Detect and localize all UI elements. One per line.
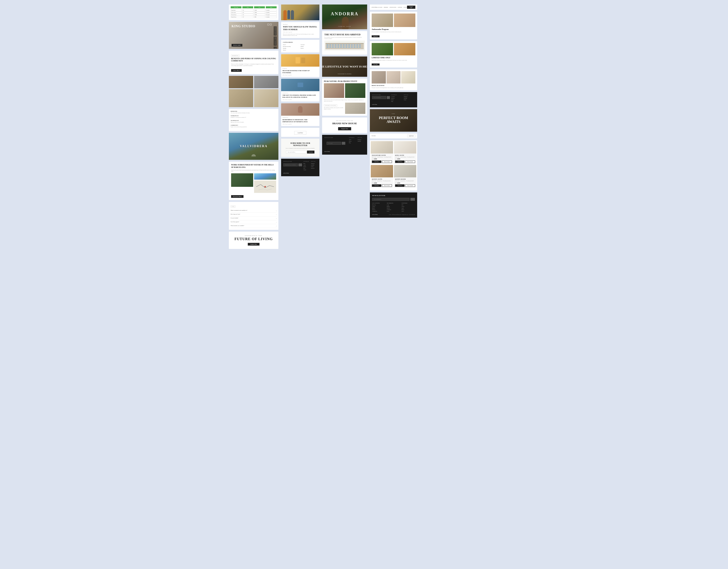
carousel-dot[interactable] bbox=[270, 24, 272, 25]
category-item[interactable]: Lifestyle bbox=[301, 44, 318, 45]
ambassador-apply-button[interactable]: Apply Now bbox=[372, 35, 380, 37]
book-stay-button[interactable]: BOOK A STAY bbox=[407, 6, 415, 9]
queen-room-book-button[interactable]: Book Now bbox=[395, 184, 405, 187]
faq-item[interactable]: How long can I stay? › bbox=[231, 213, 277, 217]
event-photos bbox=[372, 71, 415, 84]
andorra-email-input[interactable] bbox=[327, 142, 341, 145]
footer-social-link[interactable]: Instagram bbox=[311, 163, 317, 164]
faq-item[interactable]: What is included in the monthly fee? › bbox=[231, 209, 277, 213]
andorra-hero: ANDORRA COMING SOON bbox=[322, 5, 367, 29]
faq-item[interactable]: What amenities are available? › bbox=[231, 224, 277, 228]
svg-rect-19 bbox=[332, 46, 334, 48]
newsletter-form: Subscribe bbox=[284, 151, 316, 154]
faq-item[interactable]: Can I have guests? › bbox=[231, 220, 277, 224]
footer-social-link[interactable]: Facebook bbox=[311, 168, 317, 169]
limited-time-button[interactable]: View Offer bbox=[372, 64, 380, 66]
footer-link[interactable]: About bbox=[349, 139, 356, 140]
text-block-workspace: WORKSPACES Dedicated co-working areas av… bbox=[231, 115, 277, 118]
footer-email-input[interactable] bbox=[283, 164, 298, 166]
footer-social-link[interactable]: Instagram bbox=[404, 96, 415, 97]
category-item[interactable]: Travel bbox=[283, 44, 300, 45]
footer-link[interactable]: Valencia bbox=[372, 209, 385, 210]
coming-soon-label: COMING SOON bbox=[338, 26, 351, 27]
footer-link[interactable]: Madrid bbox=[372, 208, 385, 209]
footer-link[interactable]: Houses bbox=[303, 166, 310, 167]
nav-link-locations[interactable]: LOCATIONS bbox=[377, 7, 382, 8]
footer-social-link[interactable]: Twitter bbox=[404, 99, 415, 100]
nav-link-partners[interactable]: PARTNERS bbox=[398, 7, 402, 8]
footer-social-link[interactable]: Twitter bbox=[311, 166, 317, 167]
king-flexible-button[interactable]: More Flexible bbox=[405, 161, 415, 163]
footer-social-link[interactable]: Instagram bbox=[358, 139, 365, 140]
footer-link[interactable]: Privacy bbox=[402, 209, 415, 210]
category-item[interactable]: Health bbox=[301, 46, 318, 47]
king-studio-hero: KING STUDIO QUEEN SUITE KING STUDIO LIFE… bbox=[229, 22, 278, 49]
footer-link[interactable]: Contact bbox=[303, 169, 310, 170]
limited-photo-2 bbox=[394, 43, 415, 55]
footer-link[interactable]: Houses bbox=[349, 141, 356, 142]
footer-link[interactable]: Contact bbox=[402, 206, 415, 207]
peak-nature-section: PEAK NATURE. PEAK PRODUCTIVITY Work from… bbox=[322, 79, 367, 116]
footer-link[interactable]: FAQ bbox=[303, 168, 310, 169]
queen-suite-book-button[interactable]: Book Now bbox=[372, 184, 381, 187]
newsletter-email-input[interactable] bbox=[286, 151, 306, 154]
pre-register-button[interactable]: Register Now bbox=[338, 127, 351, 130]
nl-submit-button[interactable]: → bbox=[387, 96, 390, 99]
signature-flexible-button[interactable]: More Flexible bbox=[382, 161, 392, 163]
faq-tag: FAQ bbox=[231, 206, 235, 208]
benefits-learn-more-button[interactable]: Learn More bbox=[231, 69, 242, 72]
footer-link[interactable]: Terms bbox=[402, 211, 415, 212]
footer-link[interactable]: Blog bbox=[391, 101, 403, 102]
footer-link[interactable]: Legal bbox=[402, 208, 415, 209]
signature-book-button[interactable]: Book Now bbox=[372, 161, 381, 163]
footer-link[interactable]: About bbox=[303, 165, 310, 166]
book-now-button[interactable]: BOOK NOW bbox=[232, 44, 242, 47]
footer-social-link[interactable]: LinkedIn bbox=[311, 165, 317, 166]
nl-email-input[interactable] bbox=[372, 96, 386, 99]
circles-footer-email-input[interactable] bbox=[372, 198, 409, 201]
footer-link[interactable]: Benefits bbox=[387, 208, 400, 209]
footer-link[interactable]: Locations bbox=[391, 96, 403, 97]
queen-suite-flexible-button[interactable]: More Flexible bbox=[382, 184, 392, 187]
footer-link[interactable]: Login bbox=[387, 204, 400, 206]
footer-link[interactable]: Andorra bbox=[372, 206, 385, 207]
discover-more-button[interactable]: Discover More bbox=[231, 195, 243, 198]
king-book-button[interactable]: Book Now bbox=[395, 161, 405, 163]
faq-item[interactable]: Is it pet friendly? › bbox=[231, 217, 277, 220]
circles-footer-submit-button[interactable]: → bbox=[410, 198, 415, 201]
nav-link-opportunities[interactable]: OPPORTUNITIES bbox=[389, 7, 396, 8]
andorra-footer: NEWSLETTER → SITEMAP About Houses Blog bbox=[322, 135, 367, 155]
svg-rect-26 bbox=[351, 46, 353, 48]
sort-button[interactable]: SORT BY bbox=[407, 135, 415, 137]
category-item[interactable]: Entrepreneurship bbox=[283, 46, 300, 47]
load-more-button[interactable]: Load More bbox=[294, 131, 306, 135]
limited-time-title: LIMITED TIME ONLY bbox=[372, 57, 415, 59]
rooms-section: SIGNATURE SUITE 40m² Studio · Grand Pent… bbox=[370, 140, 417, 191]
text-block-technology: TECHNOLOGY High-speed fiber internet thr… bbox=[231, 120, 277, 123]
footer-link[interactable]: Members bbox=[391, 98, 403, 99]
nav-link-members[interactable]: MEMBERS bbox=[384, 7, 388, 8]
footer-link[interactable]: Blog bbox=[349, 142, 356, 143]
category-item[interactable]: Stories bbox=[283, 50, 300, 51]
explore-now-button[interactable]: Explore Now bbox=[248, 243, 259, 246]
queen-room-flexible-button[interactable]: More Flexible bbox=[405, 184, 415, 187]
footer-link[interactable]: Coming Soon bbox=[372, 211, 385, 212]
footer-link[interactable]: Community bbox=[387, 209, 400, 210]
newsletter-subscribe-button[interactable]: Subscribe bbox=[307, 151, 315, 154]
footer-link[interactable]: FAQ bbox=[402, 204, 415, 206]
footer-social-link[interactable]: LinkedIn bbox=[404, 98, 415, 99]
footer-link[interactable]: Barcelona bbox=[372, 204, 385, 206]
category-item[interactable]: Stories bbox=[301, 48, 318, 49]
footer-submit-button[interactable]: → bbox=[298, 164, 302, 166]
category-item[interactable]: Startup bbox=[283, 48, 300, 49]
footer-link[interactable]: Blog bbox=[303, 163, 310, 164]
footer-link[interactable]: Events bbox=[387, 211, 400, 212]
faq-card: FAQ What is included in the monthly fee?… bbox=[229, 202, 278, 230]
footer-link[interactable]: Register bbox=[387, 206, 400, 207]
carousel-dot[interactable] bbox=[267, 24, 269, 25]
nav-link-events[interactable]: EVENTS bbox=[404, 7, 407, 8]
footer-social-link[interactable]: LinkedIn bbox=[358, 141, 365, 142]
footer-link[interactable]: Events bbox=[391, 99, 403, 100]
footer-social-links: Instagram LinkedIn Twitter Facebook bbox=[311, 163, 317, 169]
andorra-submit-button[interactable]: → bbox=[342, 142, 345, 145]
